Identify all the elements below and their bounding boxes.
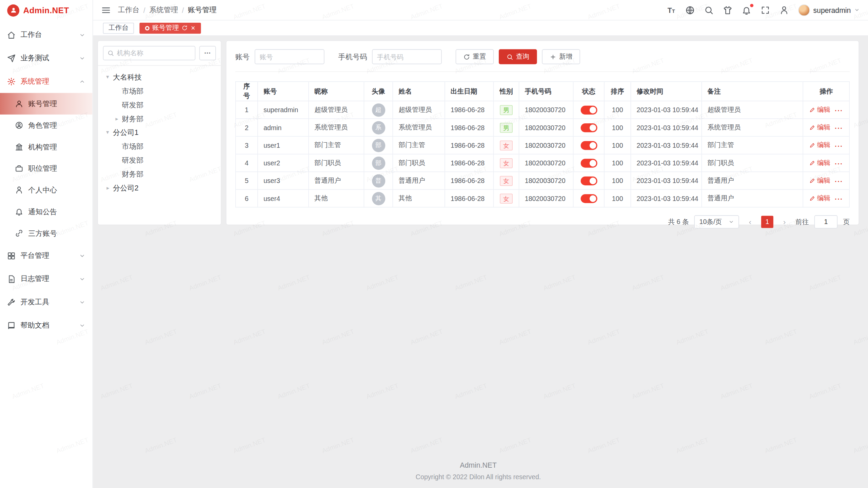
phone-input[interactable]: [372, 49, 442, 64]
tree-node-finance-dept-2[interactable]: 财务部: [103, 167, 216, 181]
close-tab-icon[interactable]: ×: [191, 24, 195, 32]
org-search-input[interactable]: [117, 49, 191, 57]
tab-workbench[interactable]: 工作台: [103, 22, 134, 34]
caret-down-icon[interactable]: ▸: [105, 72, 111, 82]
cell-mtime: 2023-01-03 10:59:44: [631, 189, 702, 207]
edit-button[interactable]: 编辑: [809, 158, 830, 168]
more-actions-button[interactable]: ···: [835, 107, 843, 115]
theme-icon[interactable]: [723, 5, 732, 15]
cell-gender: 女: [494, 189, 519, 207]
notification-icon[interactable]: [742, 5, 751, 15]
sidebar-item-notice[interactable]: 通知公告: [0, 201, 93, 223]
caret-down-icon[interactable]: ▸: [105, 127, 111, 137]
tree-node-market-dept-2[interactable]: 市场部: [103, 139, 216, 153]
fullscreen-icon[interactable]: [761, 5, 770, 15]
tree-node-label: 研发部: [122, 100, 143, 110]
tree-node-market-dept-1[interactable]: 市场部: [103, 84, 216, 98]
status-toggle[interactable]: [580, 176, 597, 185]
breadcrumb-separator: /: [143, 6, 145, 14]
sidebar-item-help-docs[interactable]: 帮助文档: [0, 314, 93, 337]
account-input[interactable]: [255, 49, 324, 64]
edit-button[interactable]: 编辑: [809, 123, 830, 132]
more-actions-button[interactable]: ···: [835, 195, 843, 203]
tree-node-daming-tech[interactable]: ▸大名科技: [103, 70, 216, 84]
prev-page-button[interactable]: ‹: [745, 216, 756, 228]
locale-icon[interactable]: [685, 5, 695, 15]
more-actions-button[interactable]: ···: [835, 142, 843, 150]
button-label: 查询: [516, 52, 529, 61]
tree-node-finance-dept-1[interactable]: ▸财务部: [103, 112, 216, 126]
more-actions-button[interactable]: ···: [835, 160, 843, 168]
sidebar-item-third-party-account[interactable]: 三方账号: [0, 222, 93, 244]
menu-collapse-icon[interactable]: [101, 5, 111, 15]
edit-button[interactable]: 编辑: [809, 105, 830, 115]
sidebar-item-system-manage[interactable]: 系统管理: [0, 70, 93, 93]
gender-tag: 女: [500, 194, 513, 203]
status-toggle[interactable]: [580, 141, 597, 150]
breadcrumb-item-workbench[interactable]: 工作台: [118, 5, 140, 15]
tree-node-rd-dept-1[interactable]: 研发部: [103, 98, 216, 112]
status-toggle[interactable]: [580, 105, 597, 114]
tree-node-label: 财务部: [122, 114, 143, 124]
tree-node-label: 分公司2: [113, 183, 138, 193]
cell-index: 3: [236, 136, 258, 154]
phone-label: 手机号码: [338, 52, 367, 62]
profile-icon[interactable]: [780, 5, 789, 15]
sidebar-item-business-test[interactable]: 业务测试: [0, 46, 93, 70]
bell-icon: [15, 207, 23, 216]
font-size-icon[interactable]: TT: [667, 5, 676, 15]
cell-gender: 女: [494, 154, 519, 172]
page-size-select[interactable]: 10条/页: [694, 215, 739, 228]
chevron-down-icon: [854, 7, 860, 13]
add-button[interactable]: 新增: [542, 49, 580, 64]
reset-button[interactable]: 重置: [456, 49, 494, 64]
tree-node-branch-2[interactable]: ▸分公司2: [103, 181, 216, 195]
next-page-button[interactable]: ›: [779, 216, 790, 228]
cell-nickname: 系统管理员: [309, 119, 364, 136]
app-logo[interactable]: Admin.NET: [0, 0, 93, 20]
status-toggle[interactable]: [580, 159, 597, 167]
search-button[interactable]: 查询: [499, 49, 537, 64]
cell-status: [573, 172, 604, 189]
cell-status: [573, 154, 604, 172]
menu-label: 角色管理: [28, 120, 85, 130]
sidebar-item-log-manage[interactable]: 日志管理: [0, 267, 93, 291]
logo-text: Admin.NET: [23, 5, 69, 15]
sidebar-item-workbench[interactable]: 工作台: [0, 23, 93, 47]
sidebar-item-position-manage[interactable]: 职位管理: [0, 158, 93, 179]
row-avatar: 系: [372, 121, 385, 134]
status-toggle[interactable]: [580, 123, 597, 132]
edit-button[interactable]: 编辑: [809, 176, 830, 185]
menu-label: 通知公告: [28, 207, 85, 217]
sidebar-item-account-manage[interactable]: 账号管理: [0, 93, 93, 115]
tool-icon: [7, 298, 15, 306]
sidebar-item-dev-tools[interactable]: 开发工具: [0, 290, 93, 314]
caret-right-icon[interactable]: ▸: [103, 185, 113, 191]
sidebar-item-role-manage[interactable]: 角色管理: [0, 115, 93, 136]
cell-actions: 编辑···: [803, 172, 849, 189]
more-actions-button[interactable]: ···: [835, 178, 843, 185]
cell-birth: 1986-06-28: [445, 189, 494, 207]
sidebar-item-org-manage[interactable]: 机构管理: [0, 136, 93, 158]
tab-account-manage[interactable]: 账号管理 ×: [139, 22, 201, 34]
tree-node-label: 研发部: [122, 155, 143, 165]
status-toggle[interactable]: [580, 194, 597, 203]
goto-page-input[interactable]: [814, 215, 838, 228]
page-1-button[interactable]: 1: [761, 216, 773, 228]
more-actions-button[interactable]: ···: [835, 124, 843, 132]
menu-label: 个人中心: [28, 185, 85, 195]
breadcrumb-item-system-manage[interactable]: 系统管理: [149, 5, 178, 15]
refresh-tab-icon[interactable]: [182, 25, 188, 31]
sidebar-item-platform-manage[interactable]: 平台管理: [0, 244, 93, 267]
org-more-button[interactable]: ···: [199, 46, 216, 60]
caret-right-icon[interactable]: ▸: [112, 116, 122, 122]
tree-node-branch-1[interactable]: ▸分公司1: [103, 126, 216, 140]
edit-button[interactable]: 编辑: [809, 141, 830, 150]
search-icon[interactable]: [704, 5, 714, 15]
user-menu[interactable]: superadmin: [798, 4, 860, 16]
row-avatar: 普: [372, 174, 385, 187]
briefcase-icon: [15, 164, 23, 172]
edit-button[interactable]: 编辑: [809, 194, 830, 203]
tree-node-rd-dept-2[interactable]: 研发部: [103, 153, 216, 167]
sidebar-item-personal-center[interactable]: 个人中心: [0, 179, 93, 201]
